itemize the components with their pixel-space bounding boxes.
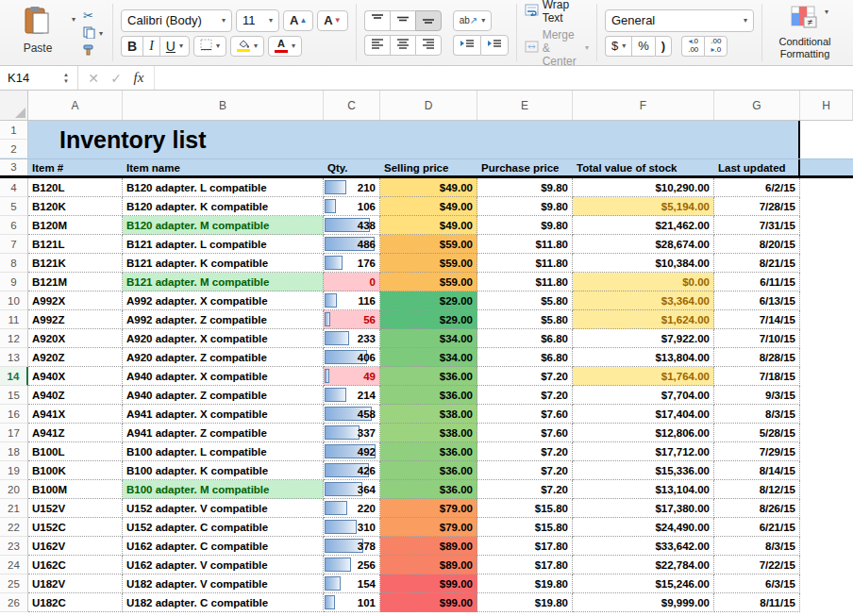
- cell-name[interactable]: U162 adapter. V compatible: [123, 556, 324, 574]
- empty-cell[interactable]: [800, 461, 853, 480]
- cell-item[interactable]: B100M: [28, 480, 123, 499]
- cell-sell[interactable]: $49.00: [380, 216, 477, 235]
- empty-cell[interactable]: [800, 480, 853, 499]
- cell-total[interactable]: $15,336.00: [573, 461, 714, 480]
- empty-cell[interactable]: [800, 291, 853, 310]
- cell-total[interactable]: $24,490.00: [573, 518, 714, 537]
- cell-total[interactable]: $1,764.00: [573, 367, 714, 386]
- cell-total[interactable]: $12,806.00: [573, 424, 714, 442]
- cell-sell[interactable]: $59.00: [380, 235, 477, 254]
- row-header-25[interactable]: 25: [0, 574, 28, 593]
- cell-name[interactable]: A941 adapter. Z compatible: [123, 424, 324, 442]
- cell-purchase[interactable]: $7.20: [477, 386, 573, 405]
- fill-color-button[interactable]: ▾: [230, 36, 264, 57]
- cell-item[interactable]: A940X: [28, 367, 123, 386]
- cell-qty[interactable]: 56: [324, 310, 380, 329]
- cell-item[interactable]: B100L: [28, 442, 123, 461]
- cell-sell[interactable]: $79.00: [380, 499, 477, 518]
- cell-item[interactable]: U162C: [28, 556, 123, 574]
- cell-qty[interactable]: 116: [324, 291, 380, 310]
- cell-name[interactable]: B121 adapter. L compatible: [123, 235, 324, 254]
- column-header-E[interactable]: E: [477, 91, 573, 120]
- cell-name[interactable]: B100 adapter. K compatible: [123, 461, 324, 480]
- cell-item[interactable]: B121K: [28, 254, 123, 273]
- cell-total[interactable]: $17,380.00: [573, 499, 714, 518]
- cell-sell[interactable]: $38.00: [380, 424, 477, 442]
- cancel-icon[interactable]: ✕: [82, 71, 105, 86]
- cell-total[interactable]: $0.00: [573, 273, 714, 291]
- cell-purchase[interactable]: $9.80: [477, 216, 573, 235]
- cell-purchase[interactable]: $11.80: [477, 254, 573, 273]
- decrease-decimal-button[interactable]: .00▸.0: [704, 36, 728, 57]
- cell-updated[interactable]: 7/18/15: [714, 367, 800, 386]
- cell-item[interactable]: A992X: [28, 291, 123, 310]
- indent-decrease-button[interactable]: [453, 35, 480, 56]
- cell-purchase[interactable]: $19.80: [477, 593, 573, 612]
- increase-decimal-button[interactable]: ◂.0.00: [681, 36, 704, 57]
- cell-item[interactable]: B120M: [28, 216, 123, 235]
- format-painter-button[interactable]: [81, 43, 98, 59]
- cell-item[interactable]: A920Z: [28, 348, 123, 367]
- cell-updated[interactable]: 7/29/15: [714, 442, 800, 461]
- empty-cell[interactable]: [800, 367, 853, 386]
- cell-name[interactable]: A941 adapter. X compatible: [123, 405, 324, 424]
- empty-cell[interactable]: [800, 386, 853, 405]
- formula-input[interactable]: [154, 66, 853, 90]
- row-header-2[interactable]: 2: [0, 140, 28, 158]
- cell-name[interactable]: A940 adapter. X compatible: [123, 367, 324, 386]
- cell-qty[interactable]: 0: [324, 273, 380, 291]
- cell-sell[interactable]: $99.00: [380, 593, 477, 612]
- row-header-7[interactable]: 7: [0, 235, 28, 254]
- cell-name[interactable]: B100 adapter. M compatible: [123, 480, 324, 499]
- cell-name[interactable]: A992 adapter. X compatible: [123, 291, 324, 310]
- increase-font-button[interactable]: A▲: [283, 10, 313, 31]
- cell-total[interactable]: $5,194.00: [573, 197, 714, 216]
- cell-name[interactable]: U152 adapter. V compatible: [123, 499, 324, 518]
- cell-total[interactable]: $3,364.00: [573, 291, 714, 310]
- borders-button[interactable]: ▾: [193, 36, 226, 57]
- cell-purchase[interactable]: $9.80: [477, 197, 573, 216]
- cell-purchase[interactable]: $17.80: [477, 556, 573, 574]
- cell-name[interactable]: B120 adapter. M compatible: [123, 216, 324, 235]
- cell-total[interactable]: $13,804.00: [573, 348, 714, 367]
- cell-qty[interactable]: 101: [324, 593, 380, 612]
- cell-purchase[interactable]: $11.80: [477, 235, 573, 254]
- cell-name[interactable]: A920 adapter. Z compatible: [123, 348, 324, 367]
- empty-cell[interactable]: [800, 574, 853, 593]
- italic-button[interactable]: I: [142, 36, 159, 57]
- cell-updated[interactable]: 8/26/15: [714, 499, 800, 518]
- cell-purchase[interactable]: $6.80: [477, 348, 573, 367]
- align-right-button[interactable]: [415, 35, 442, 56]
- cell-sell[interactable]: $36.00: [380, 367, 477, 386]
- row-header-14[interactable]: 14: [0, 367, 28, 386]
- align-left-button[interactable]: [364, 35, 390, 56]
- table-header-6[interactable]: Total value of stock: [573, 159, 714, 175]
- cell-updated[interactable]: 8/3/15: [714, 405, 800, 424]
- empty-cell[interactable]: [800, 140, 853, 158]
- cell-updated[interactable]: 5/28/15: [714, 424, 800, 442]
- cell-name[interactable]: U152 adapter. C compatible: [123, 518, 324, 537]
- row-header-16[interactable]: 16: [0, 405, 28, 424]
- cell-qty[interactable]: 406: [324, 348, 380, 367]
- cell-item[interactable]: A941X: [28, 405, 123, 424]
- bold-button[interactable]: B: [121, 36, 142, 57]
- cell-sell[interactable]: $36.00: [380, 386, 477, 405]
- column-header-B[interactable]: B: [123, 91, 324, 120]
- comma-button[interactable]: ): [655, 36, 672, 57]
- underline-button[interactable]: U▾: [159, 36, 190, 57]
- insert-function-icon[interactable]: fx: [127, 70, 150, 86]
- name-box[interactable]: K14: [0, 66, 59, 90]
- cell-item[interactable]: U152V: [28, 499, 123, 518]
- empty-cell[interactable]: [800, 178, 853, 197]
- row-header-8[interactable]: 8: [0, 254, 28, 273]
- row-header-5[interactable]: 5: [0, 197, 28, 216]
- cell-updated[interactable]: 8/20/15: [714, 235, 800, 254]
- row-header-10[interactable]: 10: [0, 291, 28, 310]
- cell-qty[interactable]: 486: [324, 235, 380, 254]
- empty-cell[interactable]: [800, 273, 853, 291]
- row-header-6[interactable]: 6: [0, 216, 28, 235]
- font-color-button[interactable]: A ▾: [268, 36, 302, 57]
- table-header-3[interactable]: Qty.: [324, 159, 380, 175]
- cell-updated[interactable]: 7/31/15: [714, 216, 800, 235]
- cell-total[interactable]: $1,624.00: [573, 310, 714, 329]
